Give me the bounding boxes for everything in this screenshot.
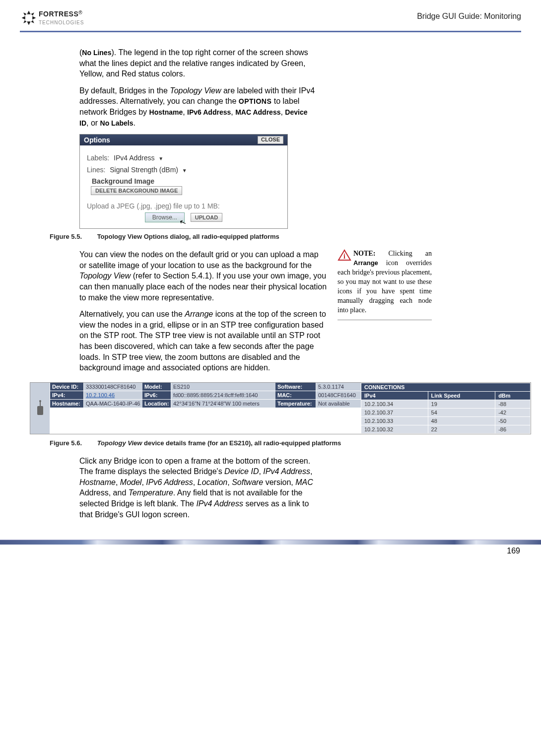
col-dbm: dBm — [495, 391, 531, 400]
svg-marker-4 — [23, 12, 26, 15]
svg-marker-7 — [31, 20, 34, 23]
ipv4-link[interactable]: 10.2.100.46 — [84, 391, 142, 400]
note-icon: i — [338, 249, 351, 264]
figure-options-dialog: Options CLOSE Labels: IPv4 Address ▼ Lin… — [79, 134, 288, 229]
doc-title: Bridge GUI Guide: Monitoring — [417, 12, 521, 21]
svg-marker-1 — [27, 21, 30, 25]
hostname-value: QAA-MAC-1640-IP-46 — [84, 400, 142, 408]
temperature-value: Not available — [316, 400, 361, 408]
mac-label: MAC: — [275, 391, 316, 400]
upload-button[interactable]: UPLOAD — [191, 213, 222, 222]
svg-text:i: i — [343, 253, 345, 260]
side-note: i NOTE: Clicking an Arrange icon overrid… — [338, 249, 432, 379]
brand-sub: TECHNOLOGIES — [39, 20, 84, 25]
col-ipv4: IPv4 — [361, 391, 428, 400]
labels-dropdown[interactable]: IPv4 Address ▼ — [111, 153, 166, 162]
sidenote-rule — [338, 320, 432, 320]
chevron-down-icon: ▼ — [158, 156, 163, 161]
svg-marker-3 — [32, 16, 36, 19]
col-link-speed: Link Speed — [428, 391, 495, 400]
table-row: 10.2.100.3348-50 — [361, 416, 531, 425]
model-label: Model: — [142, 383, 171, 391]
model-value: ES210 — [171, 383, 275, 391]
lines-label: Lines: — [87, 166, 105, 174]
paragraph-no-lines: (No Lines). The legend in the top right … — [79, 47, 318, 79]
svg-marker-5 — [31, 12, 34, 15]
temperature-label: Temperature: — [275, 400, 316, 408]
hostname-label: Hostname: — [50, 400, 84, 408]
device-id-label: Device ID: — [50, 383, 84, 391]
lines-dropdown[interactable]: Signal Strength (dBm) ▼ — [107, 165, 189, 174]
table-row: 10.2.100.3419-88 — [361, 400, 531, 408]
software-value: 5.3.0.1174 — [316, 383, 361, 391]
device-id-value: 333300148CF81640 — [84, 383, 142, 391]
svg-marker-2 — [22, 16, 25, 19]
figure-5-6-caption: Figure 5.6. Topology View device details… — [50, 439, 521, 447]
svg-marker-0 — [27, 11, 30, 14]
background-image-heading: Background Image — [87, 177, 280, 185]
page-number: 169 — [20, 547, 521, 555]
ipv6-label: IPv6: — [142, 391, 171, 400]
brand-reg: ® — [78, 10, 82, 15]
figure-device-details: Device ID:333300148CF81640 IPv4:10.2.100… — [30, 382, 531, 434]
figure-5-5-caption: Figure 5.5. Topology View Options dialog… — [50, 233, 521, 240]
delete-background-button[interactable]: DELETE BACKGROUND IMAGE — [91, 186, 182, 195]
paragraph-device-details: Click any Bridge icon to open a frame at… — [79, 456, 318, 520]
svg-rect-10 — [37, 406, 43, 415]
software-label: Software: — [275, 383, 316, 391]
chevron-down-icon: ▼ — [182, 168, 187, 173]
cursor-icon: ↖ — [178, 217, 188, 228]
ipv4-label: IPv4: — [50, 391, 84, 400]
close-button[interactable]: CLOSE — [258, 136, 283, 144]
paragraph-background-image: You can view the nodes on the default gr… — [79, 249, 328, 303]
table-row: 10.2.100.3754-42 — [361, 408, 531, 416]
paragraph-arrange: Alternatively, you can use the Arrange i… — [79, 309, 328, 373]
labels-label: Labels: — [87, 154, 109, 162]
footer-rule — [0, 540, 541, 545]
table-row: 10.2.100.3222-86 — [361, 425, 531, 433]
paragraph-options-labels: By default, Bridges in the Topology View… — [79, 85, 318, 128]
location-label: Location: — [142, 400, 171, 408]
brand-name: FORTRESS — [39, 10, 78, 18]
browse-button[interactable]: Browse...↖ — [145, 212, 185, 222]
svg-point-12 — [39, 400, 41, 402]
connections-title: CONNECTIONS — [361, 383, 531, 391]
upload-hint: Upload a JPEG (.jpg, .jpeg) file up to 1… — [87, 202, 280, 210]
options-title: Options — [84, 136, 110, 144]
mac-value: 00148CF81640 — [316, 391, 361, 400]
header-rule — [20, 31, 521, 32]
brand-logo: FORTRESS® TECHNOLOGIES — [20, 9, 84, 27]
device-icon — [30, 383, 50, 434]
ipv6-value: fd00::8895:8895:214:8cff:fef8:1640 — [171, 391, 275, 400]
connections-table: CONNECTIONS IPv4 Link Speed dBm 10.2.100… — [361, 383, 531, 434]
fortress-icon — [20, 9, 38, 27]
svg-marker-6 — [23, 20, 26, 23]
location-value: 42°34'16"N 71°24'48"W 100 meters — [171, 400, 275, 408]
